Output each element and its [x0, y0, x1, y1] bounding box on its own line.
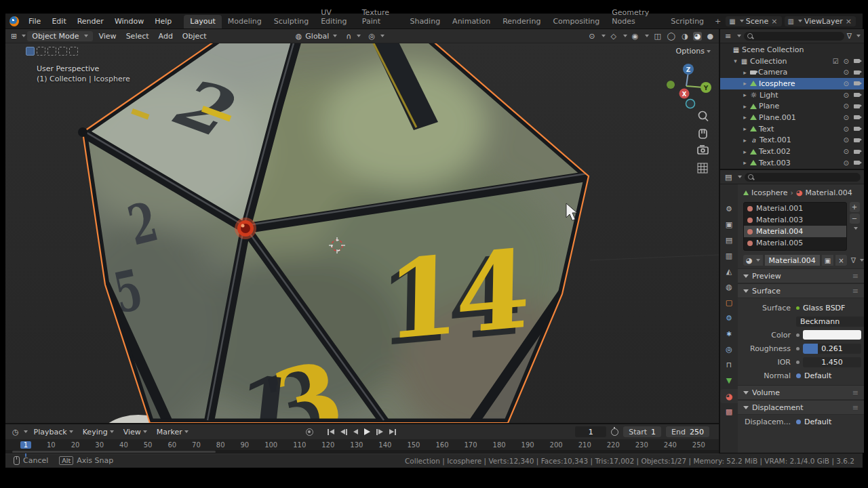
material-slot[interactable]: Material.004 — [744, 226, 846, 237]
gizmo-axis-y-neg[interactable] — [667, 81, 675, 89]
select-tweak-tool[interactable] — [26, 47, 35, 56]
add-workspace-button[interactable]: + — [710, 15, 726, 28]
jump-to-end-button[interactable] — [389, 429, 396, 435]
filter-icon[interactable]: ∇ — [847, 32, 852, 41]
stopwatch-icon[interactable] — [611, 428, 618, 436]
material-slot[interactable]: Material.003 — [744, 214, 846, 226]
property-tab[interactable] — [720, 342, 738, 357]
prev-keyframe-button[interactable] — [340, 429, 347, 435]
workspace-tab[interactable]: Scripting — [665, 15, 710, 28]
material-slot[interactable]: Material.001 — [744, 203, 846, 214]
ruler-frame-number[interactable]: 60 — [167, 441, 176, 449]
shading-material-button[interactable]: ◕ — [693, 32, 703, 41]
properties-search-input[interactable] — [745, 173, 861, 182]
outliner-row[interactable]: ▸ Text.003 ☑ ⊙ — [720, 157, 864, 169]
outliner-row[interactable]: ▸ Plane.001 ☑ ⊙ — [720, 112, 864, 123]
viewport-menu-item[interactable]: Select — [121, 32, 154, 41]
outliner-row[interactable]: ▸ Light ☑ ⊙ — [720, 89, 864, 101]
ruler-frame-number[interactable]: 210 — [578, 441, 591, 449]
snap-magnet-icon[interactable]: ∩ — [344, 32, 353, 41]
select-box-tool[interactable] — [37, 47, 45, 56]
slot-specials-icon[interactable] — [854, 227, 858, 230]
outliner-row[interactable]: ▸ Camera ☑ ⊙ — [720, 66, 864, 78]
camera-visibility-icon[interactable] — [854, 93, 860, 97]
xray-toggle-icon[interactable]: ◫ — [652, 32, 662, 41]
ruler-frame-number[interactable]: 1 — [20, 441, 31, 449]
browse-material-button[interactable]: ◕ — [743, 255, 763, 266]
viewport-3d[interactable]: 2 2 5 14 14 3 3 1 — [5, 43, 719, 423]
add-slot-button[interactable]: + — [850, 202, 860, 212]
ruler-frame-number[interactable]: 20 — [71, 441, 80, 449]
play-button[interactable] — [364, 428, 370, 435]
timeline-ruler[interactable]: 1102030405060708090100110120130140150160… — [5, 439, 719, 450]
editor-type-icon[interactable]: ⊞ — [9, 32, 18, 41]
eye-icon[interactable]: ⊙ — [844, 136, 849, 144]
ruler-frame-number[interactable]: 130 — [350, 441, 363, 449]
property-tab[interactable] — [720, 389, 738, 403]
property-tab[interactable] — [720, 280, 738, 294]
outliner-row[interactable]: ▸ Icosphere ☑ ⊙ — [720, 78, 864, 89]
workspace-tab[interactable]: Modeling — [222, 15, 268, 28]
ruler-frame-number[interactable]: 120 — [321, 441, 334, 449]
panel-surface[interactable]: Surface ≡ — [738, 283, 864, 298]
outliner-row[interactable]: ▸ Text.002 ☑ ⊙ — [720, 146, 864, 157]
row-label[interactable]: Text.001 — [760, 136, 791, 144]
property-tab[interactable] — [720, 311, 738, 325]
unlink-material-button[interactable]: × — [835, 255, 846, 266]
timeline-menu-item[interactable]: Marker — [152, 428, 193, 436]
eye-icon[interactable]: ⊙ — [844, 125, 849, 133]
ruler-frame-number[interactable]: 160 — [435, 441, 448, 449]
options-dropdown[interactable]: Options — [676, 47, 711, 56]
ruler-frame-number[interactable]: 90 — [240, 441, 249, 449]
camera-visibility-icon[interactable] — [854, 70, 860, 75]
timeline-menu-item[interactable]: View — [119, 428, 152, 436]
workspace-tab[interactable]: Sculpting — [268, 15, 315, 28]
camera-visibility-icon[interactable] — [854, 59, 860, 63]
color-swatch[interactable] — [803, 330, 861, 340]
disclosure-icon[interactable]: ▾ — [732, 58, 738, 64]
eye-icon[interactable]: ⊙ — [844, 159, 849, 167]
ruler-frame-number[interactable]: 80 — [216, 441, 225, 449]
ruler-frame-number[interactable]: 50 — [144, 441, 153, 449]
breadcrumb-object[interactable]: Icosphere — [751, 188, 788, 197]
workspace-tab[interactable]: UV Editing — [315, 6, 356, 28]
remove-slot-button[interactable]: − — [850, 214, 860, 224]
workspace-tab[interactable]: Rendering — [496, 15, 547, 28]
orientation-globe-icon[interactable]: ◍ — [294, 32, 304, 41]
cursor-tool[interactable] — [69, 47, 78, 56]
row-label[interactable]: Camera — [758, 68, 787, 77]
gizmo-axis-z-neg[interactable] — [686, 100, 695, 108]
workspace-tab[interactable]: Texture Paint — [356, 6, 404, 28]
outliner-search-input[interactable] — [744, 32, 844, 41]
unlink-scene-icon[interactable]: × — [770, 17, 778, 26]
ruler-frame-number[interactable]: 140 — [378, 441, 391, 449]
camera-visibility-icon[interactable] — [854, 161, 860, 165]
gizmos-toggle-icon[interactable]: ◇ — [609, 32, 617, 41]
row-label[interactable]: Icosphere — [759, 79, 795, 88]
editor-type-icon[interactable]: ◷ — [11, 428, 20, 436]
outliner-row[interactable]: Scene Collection ☑ ⊙ — [720, 44, 864, 56]
workspace-tab[interactable]: Compositing — [547, 15, 606, 28]
proportional-edit-icon[interactable]: ◎ — [367, 32, 376, 41]
property-tab[interactable] — [720, 327, 738, 341]
next-keyframe-button[interactable] — [376, 429, 383, 435]
shading-wireframe-button[interactable]: ◯ — [666, 32, 677, 41]
panel-displacement[interactable]: Displacement ≡ — [738, 400, 864, 415]
roughness-slider[interactable]: 0.261 — [803, 344, 861, 354]
displacement-value[interactable]: Default — [804, 418, 831, 426]
auto-keying-button[interactable] — [306, 428, 313, 436]
property-tab[interactable] — [720, 373, 738, 388]
viewport-menu-item[interactable]: Object — [178, 32, 212, 41]
workspace-tab[interactable]: Geometry Nodes — [606, 6, 665, 28]
start-frame-field[interactable]: Start1 — [623, 426, 661, 437]
panel-preview[interactable]: Preview ≡ — [738, 268, 864, 283]
eye-icon[interactable]: ⊙ — [844, 92, 849, 99]
ruler-frame-number[interactable]: 100 — [264, 441, 277, 449]
jump-to-start-button[interactable] — [328, 429, 334, 435]
visibility-dropdown-icon[interactable]: ⊙ — [587, 32, 596, 41]
orientation-label[interactable]: Global — [305, 32, 329, 41]
workspace-tab[interactable]: Animation — [446, 15, 496, 28]
material-slot[interactable]: Material.005 — [744, 237, 846, 249]
disclosure-icon[interactable]: ▸ — [742, 137, 748, 144]
ruler-frame-number[interactable]: 70 — [192, 441, 201, 449]
